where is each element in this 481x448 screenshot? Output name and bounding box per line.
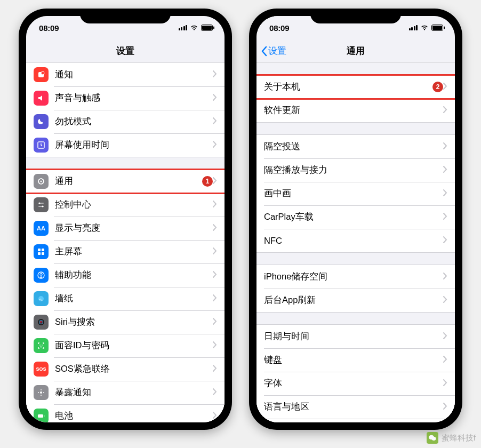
settings-row[interactable]: 键盘 [256,348,455,372]
callout-badge: 2 [432,82,443,92]
row-label: 字体 [264,378,443,389]
row-label: 软件更新 [264,105,443,116]
settings-row[interactable]: NFC [256,229,455,252]
row-label: 辅助功能 [55,269,213,281]
svg-point-35 [431,437,436,441]
settings-row[interactable]: 通用1 [26,170,225,193]
settings-row[interactable]: 隔空播放与接力 [256,158,455,182]
settings-row[interactable]: 软件更新 [256,99,455,122]
svg-rect-15 [42,252,44,255]
svg-point-4 [41,71,44,75]
row-label: 语言与地区 [264,401,443,413]
settings-row[interactable]: SOSSOS紧急联络 [26,357,225,381]
chevron-right-icon [443,296,447,305]
settings-row[interactable]: 控制中心 [26,193,225,217]
settings-row[interactable]: 隔空投送 [256,135,455,158]
svg-point-22 [39,345,41,346]
page-title: 设置 [116,45,134,57]
svg-rect-14 [38,252,41,255]
svg-point-24 [40,391,42,394]
general-list[interactable]: 关于本机2软件更新隔空投送隔空播放与接力画中画CarPlay车载NFCiPhon… [256,75,455,422]
settings-row[interactable]: AA显示与亮度 [26,217,225,240]
status-time: 08:09 [39,23,59,33]
row-label: 隔空投送 [264,141,443,153]
svg-point-7 [41,181,42,182]
settings-row[interactable]: 通知 [26,63,225,86]
settings-row[interactable]: iPhone储存空间 [256,265,455,289]
settings-row[interactable]: 墙纸 [26,287,225,310]
chevron-right-icon [443,332,447,341]
chevron-right-icon [443,403,447,411]
callout-badge: 1 [202,176,213,187]
back-button[interactable]: 设置 [261,39,286,62]
row-label: NFC [264,236,443,246]
settings-row[interactable]: 画中画 [256,182,455,205]
settings-row[interactable]: 屏幕使用时间 [26,133,225,157]
svg-rect-12 [38,249,41,251]
wifi-icon [190,25,198,31]
row-label: 电池 [55,410,213,422]
screentime-icon [34,138,49,153]
settings-row[interactable]: 词典 [256,419,455,422]
sound-icon [34,91,49,106]
battery-status-icon [201,25,215,31]
chevron-right-icon [213,247,217,256]
svg-point-18 [38,296,44,301]
svg-rect-33 [444,27,445,29]
status-time: 08:09 [269,23,289,33]
settings-row[interactable]: 字体 [256,372,455,395]
settings-row[interactable]: CarPlay车载 [256,205,455,229]
settings-row[interactable]: 面容ID与密码 [26,334,225,357]
svg-rect-2 [213,27,214,29]
row-label: iPhone储存空间 [264,271,443,283]
nav-bar: 设置 [26,39,225,63]
settings-row[interactable]: 主屏幕 [26,240,225,263]
row-label: 显示与亮度 [55,222,213,234]
chevron-right-icon [213,201,217,209]
svg-point-23 [42,345,43,346]
chevron-left-icon [261,46,267,57]
chevron-right-icon [443,379,447,388]
row-label: 隔空播放与接力 [264,164,443,176]
chevron-right-icon [443,213,447,221]
row-label: 墙纸 [55,293,213,305]
settings-row[interactable]: 日期与时间 [256,325,455,348]
svg-rect-29 [38,414,43,418]
settings-row[interactable]: 关于本机2 [256,75,455,99]
row-label: 通用 [55,175,198,187]
settings-list[interactable]: 通知声音与触感勿扰模式屏幕使用时间通用1控制中心AA显示与亮度主屏幕辅助功能墙纸… [26,63,225,422]
phone-frame-right: 08:09 设置 通用 关于本机2软件更新隔空投送隔空 [249,9,462,430]
chevron-right-icon [443,189,447,198]
chevron-right-icon [213,177,217,186]
settings-row[interactable]: 声音与触感 [26,86,225,110]
settings-row[interactable]: Siri与搜索 [26,310,225,334]
control-center-icon [34,197,49,212]
notch [80,9,171,23]
display-icon: AA [34,221,49,236]
row-label: 键盘 [264,354,443,366]
settings-row[interactable]: 语言与地区 [256,395,455,419]
general-icon [34,174,49,189]
page-title: 通用 [347,45,365,57]
svg-rect-32 [432,26,442,30]
chevron-right-icon [213,365,217,373]
settings-row[interactable]: 辅助功能 [26,263,225,287]
settings-row[interactable]: 后台App刷新 [256,289,455,312]
settings-row[interactable]: 暴露通知 [26,381,225,404]
accessibility-icon [34,268,49,283]
chevron-right-icon [213,117,217,126]
notifications-icon [34,67,49,82]
chevron-right-icon [213,388,217,397]
settings-row[interactable]: 勿扰模式 [26,110,225,133]
chevron-right-icon [443,273,447,281]
row-label: CarPlay车载 [264,211,443,223]
battery-icon [34,409,49,422]
svg-rect-1 [202,26,212,30]
chevron-right-icon [443,106,447,115]
chevron-right-icon [443,356,447,364]
row-label: 勿扰模式 [55,116,213,127]
exposure-icon [34,385,49,400]
svg-point-28 [43,392,44,393]
chevron-right-icon [213,141,217,149]
settings-row[interactable]: 电池 [26,404,225,422]
